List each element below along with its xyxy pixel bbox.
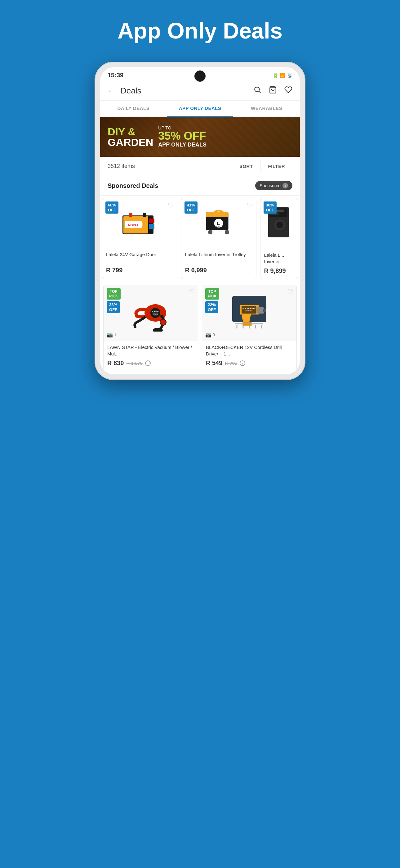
grid-original-price-2: R 709: [225, 361, 237, 366]
discount-badge-1: 60% OFF: [105, 202, 119, 214]
sort-button[interactable]: SORT: [232, 161, 261, 172]
off-badge-1: 23% OFF: [107, 301, 120, 313]
banner-subtitle-text: APP ONLY DEALS: [158, 142, 292, 148]
svg-text:BLACK+DECKER: BLACK+DECKER: [242, 307, 256, 309]
svg-text:L.: L.: [142, 222, 146, 227]
product-card-3[interactable]: 38% OFF Lalela L... Inverter R 9,899: [260, 198, 298, 279]
back-button[interactable]: ←: [108, 86, 116, 96]
grid-product-2[interactable]: TOPPICK 22% OFF ♡: [202, 285, 297, 371]
items-count: 3512 items: [108, 163, 232, 169]
product-info-2: Lalela Lithium Inverter Trolley R 6,999: [181, 248, 256, 278]
discount-badge-2: 41% OFF: [185, 202, 198, 214]
product-price-2: R 6,999: [185, 267, 253, 274]
svg-rect-11: [143, 213, 146, 217]
filter-button[interactable]: FILTER: [261, 161, 292, 172]
svg-text:LiFeP04: LiFeP04: [128, 223, 138, 226]
wifi-icon: 📡: [287, 73, 292, 78]
page-title: App Only Deals: [118, 19, 282, 43]
svg-text:STAR: STAR: [153, 313, 158, 315]
svg-text:LAWN: LAWN: [152, 310, 159, 313]
camera-notch: [194, 70, 206, 82]
grid-image-2: TOPPICK 22% OFF ♡: [202, 285, 296, 341]
product-info-3: Lalela L... Inverter R 9,899: [261, 249, 298, 279]
svg-rect-13: [206, 212, 229, 217]
product-price-1: R 799: [106, 267, 173, 274]
sponsored-deals-title: Sponsored Deals: [108, 182, 158, 189]
search-icon[interactable]: [253, 86, 261, 96]
banner-right: UP TO 35% OFF APP ONLY DEALS: [158, 125, 292, 148]
status-icons: 🔋 📶 📡: [273, 73, 292, 78]
phone-screen: 15:39 🔋 📶 📡 ← Deals: [100, 67, 300, 374]
svg-rect-10: [129, 213, 132, 217]
discount-badge-3: 38% OFF: [264, 202, 276, 214]
nav-bar: ← Deals: [100, 81, 300, 101]
signal-icon: 📶: [280, 73, 285, 78]
products-grid: TOPPICK 23% OFF ♡: [100, 282, 300, 374]
nav-title: Deals: [121, 86, 246, 96]
svg-point-18: [208, 230, 212, 235]
product-image-blower: LAWN STAR: [131, 294, 171, 332]
camera-icon-1: 📷: [107, 332, 113, 338]
grid-product-name-2: BLACK+DECKER 12V Cordless Drill Driver +…: [206, 344, 293, 357]
photo-count-1: 📷 1: [107, 332, 116, 338]
product-image-2: 41% OFF ♡ L. Lalela: [181, 198, 256, 248]
wishlist-btn-1[interactable]: ♡: [168, 202, 174, 210]
sponsored-label: Sponsored: [260, 183, 280, 188]
tabs: DAILY DEALS APP ONLY DEALS WEARABLES: [100, 101, 300, 117]
grid-product-1[interactable]: TOPPICK 23% OFF ♡: [103, 285, 198, 371]
svg-point-19: [225, 230, 229, 235]
tab-daily-deals[interactable]: DAILY DEALS: [100, 101, 167, 116]
photo-count-2: 📷 3: [205, 332, 215, 338]
wishlist-btn-grid-1[interactable]: ♡: [189, 288, 195, 296]
grid-product-info-1: LAWN STAR - Electric Vacuum / Blower / M…: [104, 341, 198, 371]
promo-banner[interactable]: DIY & GARDEN UP TO 35% OFF APP ONLY DEAL…: [100, 117, 300, 157]
grid-product-name-1: LAWN STAR - Electric Vacuum / Blower / M…: [107, 344, 194, 357]
banner-diy-text: DIY &: [108, 126, 153, 137]
battery-icon: 🔋: [273, 73, 278, 78]
svg-point-25: [276, 222, 283, 228]
product-image-battery-1: LiFeP04 L.: [121, 209, 158, 237]
status-time: 15:39: [108, 72, 124, 79]
camera-icon-2: 📷: [205, 332, 211, 338]
product-image-drill: BLACK+DECKER 12V DRILL: [231, 294, 268, 332]
sponsored-header: Sponsored Deals Sponsored i: [100, 176, 300, 195]
product-name-3: Lalela L... Inverter: [264, 252, 294, 265]
off-badge-2: 22% OFF: [205, 301, 218, 313]
wishlist-icon[interactable]: [284, 86, 292, 96]
svg-line-1: [259, 91, 261, 93]
svg-text:Lalela: Lalela: [216, 226, 221, 228]
banner-percent-text: 35% OFF: [158, 130, 292, 142]
product-image-3: 38% OFF: [261, 198, 298, 249]
sponsored-badge[interactable]: Sponsored i: [255, 181, 292, 190]
svg-point-30: [160, 319, 166, 326]
grid-product-price-row-2: R 549 R 709 i: [206, 360, 293, 367]
product-name-2: Lalela Lithium Inverter Trolley: [185, 251, 253, 264]
cart-icon[interactable]: [269, 86, 277, 96]
phone-mockup: 15:39 🔋 📶 📡 ← Deals: [95, 62, 305, 380]
grid-product-price-1: R 830: [107, 360, 124, 367]
svg-text:L.: L.: [217, 222, 220, 225]
banner-left: DIY & GARDEN: [108, 126, 153, 148]
wishlist-btn-2[interactable]: ♡: [247, 202, 253, 210]
svg-text:12V DRILL: 12V DRILL: [245, 310, 253, 312]
svg-text:LITHIUM: LITHIUM: [215, 228, 222, 230]
product-info-1: Lalela 24V Garage Door R 799: [102, 248, 177, 278]
tab-app-only-deals[interactable]: APP ONLY DEALS: [167, 101, 233, 117]
grid-product-info-2: BLACK+DECKER 12V Cordless Drill Driver +…: [202, 341, 296, 371]
wishlist-btn-grid-2[interactable]: ♡: [287, 288, 293, 296]
svg-rect-35: [263, 309, 266, 312]
product-price-3: R 9,899: [264, 267, 294, 274]
tab-wearables[interactable]: WEARABLES: [233, 101, 300, 116]
product-image-inverter-2: L. Lalela LITHIUM: [200, 209, 237, 237]
svg-rect-34: [257, 307, 264, 314]
sponsored-info-icon[interactable]: i: [282, 183, 288, 188]
price-info-icon-1[interactable]: i: [145, 361, 151, 366]
grid-product-price-row-1: R 830 R 1,079 i: [107, 360, 194, 367]
price-info-icon-2[interactable]: i: [240, 361, 245, 366]
top-pick-badge-2: TOPPICK: [205, 288, 219, 300]
product-image-1: 60% OFF ♡ LiFeP04: [102, 198, 177, 248]
product-card-1[interactable]: 60% OFF ♡ LiFeP04: [102, 198, 177, 279]
product-card-2[interactable]: 41% OFF ♡ L. Lalela: [181, 198, 257, 279]
grid-original-price-1: R 1,079: [126, 361, 143, 366]
grid-image-1: TOPPICK 23% OFF ♡: [104, 285, 198, 341]
